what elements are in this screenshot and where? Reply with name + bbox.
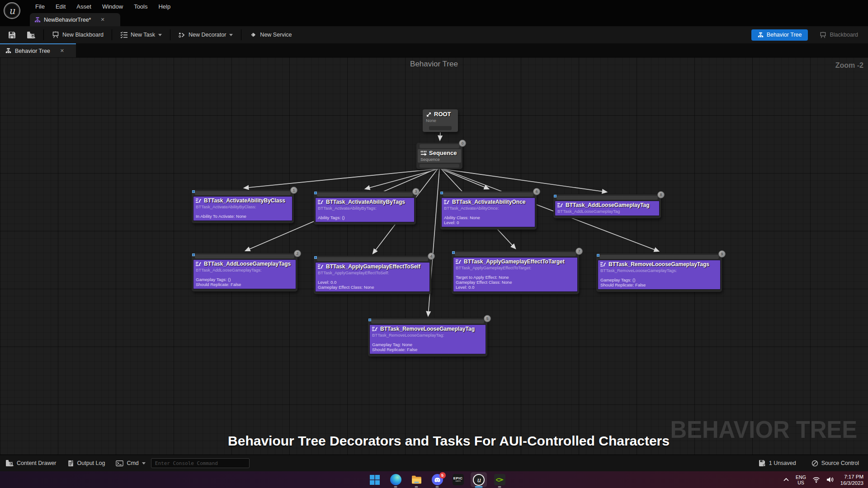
console-command-input[interactable] [151,458,250,468]
language-indicator[interactable]: ENG US [796,474,806,485]
node-detail-line: Gameplay Tags: () [196,277,293,282]
node-input-pin[interactable] [455,252,576,256]
blackboard-mode-button[interactable]: Blackboard [820,32,858,38]
task-icon [444,199,450,205]
source-control-button[interactable]: Source Control [806,460,864,467]
unsaved-changes-button[interactable]: 1 Unsaved [753,460,802,467]
new-service-button[interactable]: New Service [244,28,297,41]
menu-asset[interactable]: Asset [71,3,97,10]
wifi-icon[interactable] [812,476,820,483]
execution-index-badge: 2 [294,250,301,257]
task-node-removeloosegameplaytag[interactable]: 5 BTTask_RemoveLooseGameplayTag BTTask_R… [368,318,487,357]
execution-index-badge: 3 [412,188,420,195]
menu-edit[interactable]: Edit [50,3,71,10]
menu-file[interactable]: File [30,3,50,10]
new-task-button[interactable]: New Task [115,28,167,41]
graph-canvas[interactable]: Behavior Tree Zoom -2 BEHAVIOR TREE Beha… [0,57,868,455]
date-label: 16/3/2023 [840,480,863,486]
root-node-subtitle: None [426,118,455,123]
sequence-node[interactable]: 0 Sequence Sequence [416,143,462,169]
node-title: BTTask_RemoveLoooseGameplayTags [600,261,718,268]
close-icon[interactable]: ✕ [60,48,64,54]
behavior-tree-mode-button[interactable]: Behavior Tree [751,29,808,41]
behavior-tree-icon [5,48,11,54]
running-indicator [415,486,418,488]
task-node-applygameplayeffecttotarget[interactable]: 7 BTTask_ApplyGameplayEffectToTarget BTT… [452,251,579,294]
node-title: BTTask_ActivateAbilityByClass [196,197,290,204]
node-input-pin[interactable] [443,192,533,197]
task-node-removelooosegameplaytags[interactable]: 9 BTTask_RemoveLoooseGameplayTags BTTask… [596,253,722,292]
new-task-label: New Task [131,32,155,38]
cmd-dropdown[interactable]: Cmd [110,455,151,471]
root-node-title: ROOT [426,111,455,118]
task-icon [372,326,378,332]
behavior-tree-doc-tab[interactable]: Behavior Tree ✕ [0,43,76,57]
node-input-pin[interactable] [557,196,658,200]
task-node-addloosegameplaytag[interactable]: 8 BTTask_AddLooseGameplayTag BTTask_AddL… [553,194,661,218]
task-node-activateabilitybytags[interactable]: 3 BTTask_ActivateAbilityByTags BTTask_Ac… [314,191,416,225]
edge-taskbar-button[interactable] [385,471,406,488]
task-node-applygameplayeffecttoself[interactable]: 4 BTTask_ApplyGameplayEffectToSelf BTTas… [314,256,431,294]
save-button[interactable] [3,28,21,41]
source-control-label: Source Control [821,460,859,466]
sequence-input-pin[interactable] [420,144,459,148]
node-input-pin[interactable] [371,319,484,324]
asset-tab-label: NewBehaviorTree* [44,17,91,23]
task-icon [196,198,202,204]
node-input-pin[interactable] [599,255,719,259]
chevron-down-icon [142,462,146,465]
task-node-activateabilityonce[interactable]: 6 BTTask_ActivateAbilityOnce BTTask_Acti… [440,191,537,230]
menu-tools[interactable]: Tools [128,3,153,10]
unreal-engine-logo-icon: u [4,2,20,19]
start-button[interactable] [364,471,385,488]
node-input-pin[interactable] [195,191,291,195]
node-detail-line: Gameplay Effect Class: None [456,280,575,285]
sequence-node-subtitle: Sequence [420,157,458,162]
clock[interactable]: 7:17 PM 16/3/2023 [840,474,863,486]
close-icon[interactable]: ✕ [100,17,104,23]
windows-logo-icon [369,474,380,485]
nvidia-taskbar-button[interactable] [489,471,510,488]
asset-tab-newbehaviortree[interactable]: NewBehaviorTree* ✕ [30,13,120,26]
menu-window[interactable]: Window [97,3,128,10]
node-detail-line: Level: 0 [444,220,533,225]
chevron-down-icon [229,34,233,36]
new-decorator-button[interactable]: New Decorator [173,28,238,41]
node-title: BTTask_ApplyGameplayEffectToTarget [456,258,575,265]
browse-to-asset-button[interactable] [21,28,41,41]
folder-icon [411,474,422,485]
node-detail-line: Level: 0.0 [456,285,575,290]
edge-icon [390,474,401,485]
task-icon [318,199,324,205]
node-input-pin[interactable] [317,257,428,261]
sequence-output-pin[interactable] [420,164,459,168]
root-output-pin[interactable] [429,126,452,130]
menu-help[interactable]: Help [153,3,176,10]
node-detail-line: Gameplay Tags: () [600,277,718,282]
node-title: BTTask_ApplyGameplayEffectToSelf [318,263,427,270]
content-drawer-button[interactable]: Content Drawer [0,455,62,471]
node-subtitle: BTTask_ActivateAbilityByTags: [318,206,412,211]
task-node-activateabilitybyclass[interactable]: 1 BTTask_ActivateAbilityByClass BTTask_A… [192,190,294,223]
node-subtitle: BTTask_ActivateAbilityOnce: [444,206,533,211]
content-drawer-icon [5,460,14,467]
running-indicator [394,486,397,488]
discord-taskbar-button[interactable]: 5 [427,471,448,488]
behavior-tree-icon [758,32,764,38]
node-input-pin[interactable] [317,192,413,197]
running-indicator [436,486,439,488]
node-input-pin[interactable] [195,254,294,258]
toolbar-separator [43,29,44,40]
file-explorer-taskbar-button[interactable] [406,471,427,488]
task-node-addloosegameplaytags[interactable]: 2 BTTask_AddLooseGameplayTags BTTask_Add… [192,253,297,291]
new-blackboard-label: New Blackboard [62,32,104,38]
output-log-button[interactable]: Output Log [62,455,111,471]
editor-status-bar: Content Drawer Output Log Cmd 1 Unsaved … [0,455,868,471]
root-node[interactable]: ROOT None [423,109,458,132]
epic-games-taskbar-button[interactable]: EPIC GAMES [448,471,468,488]
chevron-down-icon [158,34,162,36]
new-blackboard-button[interactable]: New Blackboard [47,28,109,41]
tray-chevron-up-icon[interactable] [783,478,789,482]
volume-icon[interactable] [826,476,834,483]
unreal-engine-taskbar-button[interactable]: u [468,471,489,488]
